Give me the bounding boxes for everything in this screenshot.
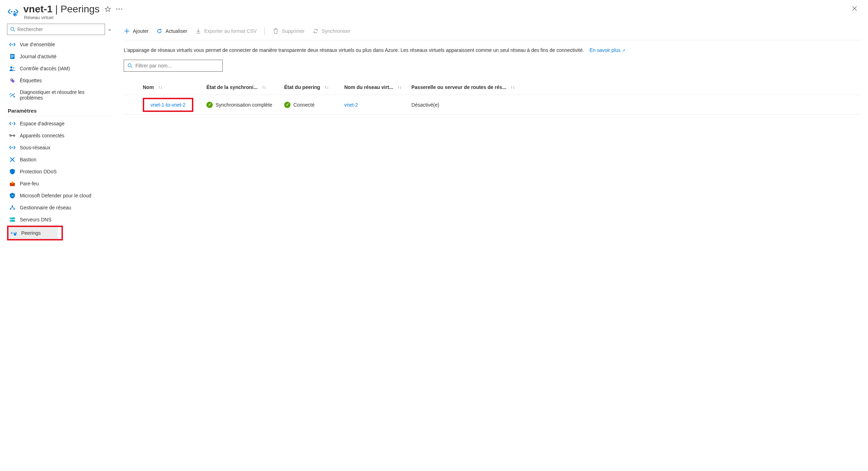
search-icon (10, 27, 15, 32)
highlight-box-row: vnet-1-to-vnet-2 (143, 98, 193, 112)
external-link-icon: ↗ (622, 48, 625, 53)
refresh-icon (156, 28, 163, 34)
remote-vnet-link[interactable]: vnet-2 (344, 102, 358, 108)
svg-rect-9 (11, 55, 14, 56)
sidebar-item-label: Bastion (20, 157, 36, 162)
success-icon: ✓ (284, 102, 291, 108)
sidebar-section-settings: Paramètres (7, 103, 111, 116)
sidebar-search[interactable] (7, 24, 105, 35)
address-space-icon (9, 120, 16, 127)
sidebar-item-label: Peerings (21, 230, 41, 236)
add-button[interactable]: Ajouter (124, 28, 148, 34)
sidebar-item-tags[interactable]: Étiquettes (7, 74, 111, 87)
svg-point-0 (11, 11, 12, 12)
svg-line-36 (131, 66, 132, 68)
sidebar-item-diagnose[interactable]: Diagnostiquer et résoudre les problèmes (7, 87, 111, 103)
sidebar-item-devices[interactable]: Appareils connectés (7, 130, 111, 142)
svg-point-7 (12, 44, 13, 45)
column-label: Nom (143, 84, 154, 90)
sidebar-item-bastion[interactable]: Bastion (7, 154, 111, 166)
svg-point-4 (11, 27, 14, 30)
add-label: Ajouter (133, 28, 148, 34)
sidebar-item-subnets[interactable]: Sous-réseaux (7, 142, 111, 154)
success-icon: ✓ (206, 102, 213, 108)
defender-icon (9, 192, 16, 199)
column-header-sync[interactable]: État de la synchroni...↑↓ (203, 84, 281, 90)
toolbar-separator (264, 27, 265, 35)
sidebar-item-iam[interactable]: Contrôle d'accès (IAM) (7, 62, 111, 74)
peering-name-link[interactable]: vnet-1-to-vnet-2 (151, 102, 186, 108)
svg-point-30 (11, 218, 11, 219)
delete-button[interactable]: Supprimer (272, 28, 305, 34)
main-content: Ajouter Actualiser Exporter au format CS… (113, 24, 861, 240)
svg-point-35 (128, 64, 131, 67)
column-label: Nom du réseau virt... (344, 84, 393, 90)
sidebar-item-label: Appareils connectés (20, 133, 64, 138)
peer-state-value: Connecté (293, 102, 315, 108)
sidebar-item-label: Microsoft Defender pour le cloud (20, 193, 91, 198)
close-button[interactable] (848, 4, 861, 13)
description-body: L'appairage de réseaux virtuels vous per… (124, 47, 584, 53)
refresh-label: Actualiser (165, 28, 187, 34)
trash-icon (272, 28, 279, 34)
export-button[interactable]: Exporter au format CSV (195, 28, 257, 34)
sidebar-item-dns[interactable]: Serveurs DNS (7, 214, 111, 226)
export-label: Exporter au format CSV (204, 28, 257, 34)
sort-icon: ↑↓ (262, 85, 266, 90)
sidebar-item-label: Contrôle d'accès (IAM) (20, 66, 70, 71)
svg-point-13 (13, 67, 14, 68)
sync-button[interactable]: Synchroniser (312, 28, 351, 34)
sidebar-item-ddos[interactable]: Protection DDoS (7, 166, 111, 178)
svg-point-6 (11, 44, 12, 45)
more-menu-icon[interactable]: ··· (116, 6, 123, 13)
collapse-sidebar-icon[interactable]: « (108, 27, 111, 32)
sync-icon (312, 28, 319, 34)
column-label: État de la synchroni... (206, 84, 258, 90)
sidebar-item-label: Diagnostiquer et résoudre les problèmes (20, 89, 109, 101)
sidebar-item-firewall[interactable]: Pare-feu (7, 178, 111, 190)
sidebar-item-network-manager[interactable]: Gestionnaire de réseau (7, 202, 111, 214)
sync-label: Synchroniser (322, 28, 351, 34)
sidebar-item-activity-log[interactable]: Journal d'activité (7, 50, 111, 62)
learn-more-link[interactable]: En savoir plus↗ (590, 47, 625, 53)
svg-line-5 (13, 30, 15, 31)
svg-point-18 (13, 135, 15, 136)
svg-point-14 (11, 79, 12, 80)
learn-more-label: En savoir plus (590, 47, 621, 53)
search-icon (128, 63, 133, 68)
resource-type: Réseau virtuel (24, 15, 848, 20)
column-header-remote[interactable]: Nom du réseau virt...↑↓ (341, 84, 408, 90)
column-header-peer[interactable]: État du peering↑↓ (281, 84, 341, 90)
network-manager-icon (9, 204, 16, 211)
sidebar-search-input[interactable] (17, 26, 102, 32)
column-label: État du peering (284, 84, 320, 90)
svg-point-17 (10, 135, 11, 136)
favorite-star-icon[interactable] (105, 6, 111, 12)
bastion-icon (9, 156, 16, 163)
table-header: Nom↑↓ État de la synchroni...↑↓ État du … (124, 79, 861, 95)
filter-input[interactable] (135, 63, 219, 68)
sidebar-item-peerings[interactable]: Peerings (8, 227, 58, 239)
sidebar-item-label: Vue d'ensemble (20, 42, 55, 47)
svg-marker-3 (105, 7, 110, 12)
svg-point-22 (12, 147, 13, 148)
svg-point-12 (10, 66, 12, 68)
peerings-table: Nom↑↓ État de la synchroni...↑↓ État du … (124, 79, 861, 115)
column-header-gateway[interactable]: Passerelle ou serveur de routes de rés..… (408, 84, 861, 90)
sidebar-item-overview[interactable]: Vue d'ensemble (7, 38, 111, 50)
svg-point-32 (13, 233, 13, 233)
svg-rect-11 (11, 57, 13, 58)
gateway-value: Désactivé(e) (411, 102, 439, 108)
subnets-icon (9, 144, 16, 151)
svg-line-20 (10, 134, 10, 135)
refresh-button[interactable]: Actualiser (156, 28, 187, 34)
plus-icon (124, 28, 130, 34)
filter-by-name[interactable] (124, 60, 223, 72)
sidebar-item-address-space[interactable]: Espace d'adressage (7, 118, 111, 130)
table-row[interactable]: vnet-1-to-vnet-2 ✓ Synchronisation compl… (124, 95, 861, 115)
column-header-name[interactable]: Nom↑↓ (139, 84, 203, 90)
sync-state-value: Synchronisation complète (216, 102, 272, 108)
svg-point-26 (10, 208, 11, 210)
sidebar-item-defender[interactable]: Microsoft Defender pour le cloud (7, 190, 111, 202)
activity-log-icon (9, 53, 16, 60)
